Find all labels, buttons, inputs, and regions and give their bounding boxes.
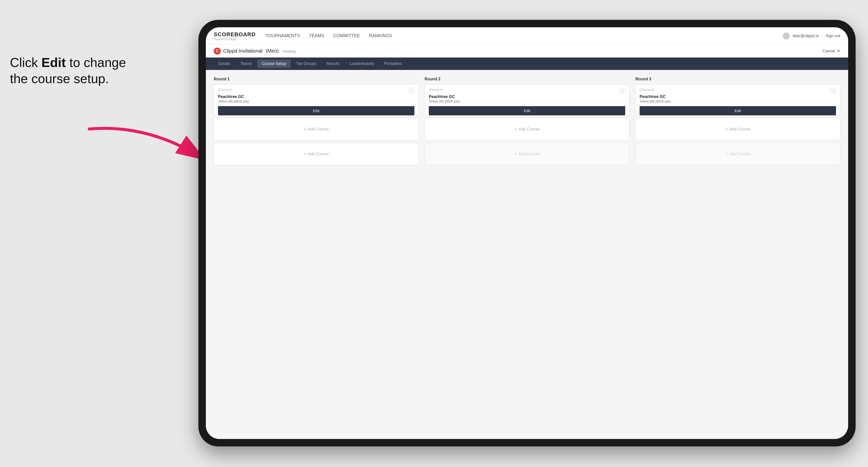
course-delete-r3[interactable]: □	[831, 88, 836, 93]
tab-printables[interactable]: Printables	[380, 60, 406, 68]
top-nav: SCOREBOARD Powered by clippd TOURNAMENTS…	[206, 27, 848, 44]
tab-tee-groups[interactable]: Tee Groups	[292, 60, 321, 68]
tablet-frame: SCOREBOARD Powered by clippd TOURNAMENTS…	[198, 20, 856, 446]
course-delete-r2[interactable]: □	[620, 88, 625, 93]
add-course-label-r1-2: Add Course	[308, 152, 329, 156]
course-tee-r3: Yellow (M) (6629 yds)	[640, 99, 836, 103]
add-course-card-r3-1[interactable]: + Add Course	[636, 118, 840, 141]
plus-icon-r3-1: +	[725, 127, 728, 132]
course-card-r2-header: (Course A) □	[429, 88, 625, 93]
round-2-column: Round 2 (Course A) □ Peachtree GC Yellow…	[425, 77, 629, 168]
plus-icon-r2-2: +	[514, 152, 517, 157]
add-course-label-r1-1: Add Course	[308, 127, 329, 131]
cancel-button[interactable]: Cancel ✕	[823, 49, 840, 53]
nav-committee[interactable]: COMMITTEE	[333, 32, 360, 39]
instruction-text: Click Edit to change the course setup.	[0, 44, 144, 97]
add-course-label-r2-1: Add Course	[519, 127, 540, 131]
nav-teams[interactable]: TEAMS	[309, 32, 324, 39]
course-name-r1: Peachtree GC	[218, 94, 414, 99]
add-course-card-r3-2: + Add Course	[636, 143, 840, 165]
course-label-r3: (Course A)	[640, 88, 654, 92]
course-card-r1: (Course A) □ Peachtree GC Yellow (M) (66…	[214, 84, 418, 116]
sub-header-right: Cancel ✕	[823, 49, 840, 53]
plus-icon-r1-1: +	[304, 127, 306, 132]
add-course-card-r2-2: + Add Course	[425, 143, 629, 165]
round-3-label: Round 3	[636, 77, 840, 81]
add-course-label-r3-2: Add Course	[730, 152, 750, 156]
add-course-card-r1-1[interactable]: + Add Course	[214, 118, 418, 141]
add-course-label-r3-1: Add Course	[730, 127, 750, 131]
tablet-screen: SCOREBOARD Powered by clippd TOURNAMENTS…	[206, 27, 848, 439]
round-1-label: Round 1	[214, 77, 418, 81]
logo-title: SCOREBOARD	[214, 31, 256, 38]
round-3-column: Round 3 (Course A) □ Peachtree GC Yellow…	[636, 77, 840, 168]
edit-button-r1[interactable]: Edit	[218, 106, 414, 115]
course-tee-r2: Yellow (M) (6629 yds)	[429, 99, 625, 103]
hosting-badge: Hosting	[283, 49, 296, 53]
add-course-label-r2-2: Add Course	[519, 152, 540, 156]
instruction-bold: Edit	[41, 55, 66, 70]
edit-button-r3[interactable]: Edit	[640, 106, 836, 115]
tab-course-setup[interactable]: Course Setup	[257, 60, 291, 68]
course-tee-r1: Yellow (M) (6629 yds)	[218, 99, 414, 103]
course-card-r2: (Course A) □ Peachtree GC Yellow (M) (66…	[425, 84, 629, 116]
tabs-bar: Details Teams Course Setup Tee Groups Re…	[206, 58, 848, 70]
course-card-r3: (Course A) □ Peachtree GC Yellow (M) (66…	[636, 84, 840, 116]
sub-header: C Clippd Invitational (Men) Hosting Canc…	[206, 44, 848, 58]
tab-teams[interactable]: Teams	[236, 60, 256, 68]
plus-icon-r3-2: +	[725, 152, 728, 157]
tournament-name: Clippd Invitational (Men) Hosting	[223, 48, 296, 54]
main-content: Round 1 (Course A) □ Peachtree GC Yellow…	[206, 70, 848, 439]
course-card-r1-header: (Course A) □	[218, 88, 414, 93]
round-1-column: Round 1 (Course A) □ Peachtree GC Yellow…	[214, 77, 418, 168]
edit-button-r2[interactable]: Edit	[429, 106, 625, 115]
add-course-card-r2-1[interactable]: + Add Course	[425, 118, 629, 141]
nav-links: TOURNAMENTS TEAMS COMMITTEE RANKINGS	[266, 32, 783, 39]
course-label-r1: (Course A)	[218, 88, 232, 92]
course-name-r3: Peachtree GC	[640, 94, 836, 99]
nav-tournaments[interactable]: TOURNAMENTS	[266, 32, 300, 39]
course-name-r2: Peachtree GC	[429, 94, 625, 99]
user-email: blair@clippd.io	[793, 34, 819, 38]
tournament-icon: C	[214, 48, 221, 55]
user-avatar	[783, 32, 789, 39]
course-delete-r1[interactable]: □	[409, 88, 414, 93]
course-card-r3-header: (Course A) □	[640, 88, 836, 93]
nav-rankings[interactable]: RANKINGS	[369, 32, 392, 39]
tab-results[interactable]: Results	[322, 60, 344, 68]
nav-divider: |	[822, 34, 823, 38]
round-2-label: Round 2	[425, 77, 629, 81]
logo-subtitle: Powered by clippd	[214, 38, 256, 41]
tab-details[interactable]: Details	[214, 60, 235, 68]
tab-leaderboards[interactable]: Leaderboards	[345, 60, 379, 68]
course-label-r2: (Course A)	[429, 88, 443, 92]
top-nav-right: blair@clippd.io | Sign out	[783, 32, 840, 39]
plus-icon-r1-2: +	[304, 152, 306, 157]
plus-icon-r2-1: +	[514, 127, 517, 132]
rounds-grid: Round 1 (Course A) □ Peachtree GC Yellow…	[214, 77, 840, 168]
sign-out-link[interactable]: Sign out	[826, 34, 840, 38]
scoreboard-logo: SCOREBOARD Powered by clippd	[214, 31, 256, 41]
add-course-card-r1-2[interactable]: + Add Course	[214, 143, 418, 165]
